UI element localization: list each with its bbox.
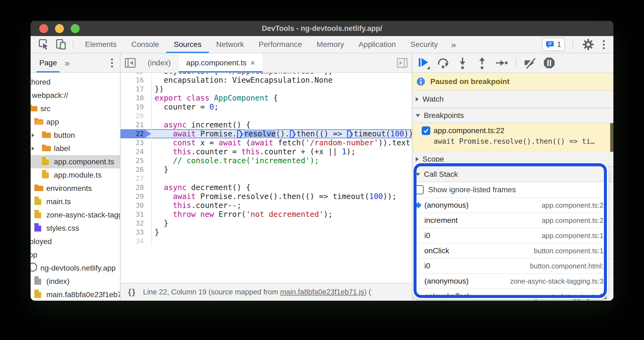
line-number[interactable]: 22 bbox=[121, 129, 152, 138]
tree-item-deployed[interactable]: Deployed bbox=[31, 235, 120, 248]
step-into-icon[interactable] bbox=[455, 55, 470, 70]
more-tabs-icon[interactable]: » bbox=[445, 36, 462, 53]
tree-item-ng-devtools.netlify.app[interactable]: ng-devtools.netlify.app bbox=[31, 261, 120, 275]
line-number[interactable]: 18 bbox=[121, 94, 152, 102]
line-number[interactable]: 16 bbox=[121, 76, 152, 85]
line-number[interactable]: 15 bbox=[121, 73, 152, 76]
tree-item-top[interactable]: top bbox=[31, 248, 120, 261]
code-line-26[interactable]: 26 } bbox=[121, 165, 412, 174]
deactivate-breakpoints-icon[interactable] bbox=[522, 55, 538, 70]
code-line-31[interactable]: 31 throw new Error('not decremented'); bbox=[121, 210, 412, 219]
call-stack-frame-increment[interactable]: incrementapp.component.ts:21 bbox=[412, 213, 613, 228]
tab-sources[interactable]: Sources bbox=[166, 36, 209, 53]
code-line-27[interactable]: 27 bbox=[121, 174, 412, 183]
section-scope[interactable]: Scope bbox=[412, 152, 613, 167]
step-over-icon[interactable] bbox=[435, 55, 451, 70]
code-line-20[interactable]: 20 bbox=[121, 111, 412, 120]
code-line-17[interactable]: 17}) bbox=[121, 85, 412, 94]
show-ignore-listed-row[interactable]: Show ignore-listed frames bbox=[412, 182, 613, 198]
tab-performance[interactable]: Performance bbox=[251, 36, 309, 53]
code-line-22[interactable]: 22 await Promise.resolve().then(() => ti… bbox=[121, 129, 412, 138]
tree-item-label[interactable]: label bbox=[31, 142, 120, 155]
file-tab--index-[interactable]: (index) bbox=[140, 53, 179, 72]
code-line-30[interactable]: 30 this.counter--; bbox=[121, 201, 412, 210]
tree-item-src[interactable]: src bbox=[31, 102, 120, 115]
tree-item-button[interactable]: button bbox=[31, 129, 120, 142]
tree-item-app[interactable]: app bbox=[31, 115, 120, 129]
line-number[interactable]: 20 bbox=[121, 111, 152, 120]
settings-gear-icon[interactable] bbox=[581, 37, 596, 52]
breakpoint-checkbox[interactable] bbox=[422, 126, 430, 135]
line-number[interactable]: 29 bbox=[121, 192, 152, 201]
tree-item--index-[interactable]: (index) bbox=[31, 275, 120, 288]
code-line-21[interactable]: 21 async increment() { bbox=[121, 120, 412, 129]
chevron-right-icon[interactable] bbox=[32, 147, 34, 150]
inspect-element-icon[interactable] bbox=[36, 37, 51, 52]
tree-item-main.ts[interactable]: main.ts bbox=[31, 195, 120, 208]
line-number[interactable]: 24 bbox=[121, 147, 152, 156]
device-toolbar-icon[interactable] bbox=[53, 37, 69, 52]
line-number[interactable]: 30 bbox=[121, 201, 152, 210]
line-number[interactable]: 33 bbox=[121, 228, 152, 237]
tab-memory[interactable]: Memory bbox=[309, 36, 351, 53]
close-tab-icon[interactable]: × bbox=[250, 58, 255, 68]
show-debugger-sidebar-icon[interactable] bbox=[392, 53, 412, 72]
step-out-icon[interactable] bbox=[474, 55, 490, 70]
code-line-15[interactable]: 15 styleUrls: [ './app.component.css' ], bbox=[121, 73, 412, 76]
call-stack-frame--anonymous-[interactable]: (anonymous)zone-async-stack-tagging.ts:3… bbox=[412, 274, 613, 289]
tab-application[interactable]: Application bbox=[351, 36, 403, 53]
close-window-button[interactable] bbox=[39, 24, 48, 33]
code-line-33[interactable]: 33} bbox=[121, 228, 412, 237]
section-call-stack[interactable]: Call Stack bbox=[412, 167, 613, 182]
code-line-23[interactable]: 23 const x = await (await fetch('/random… bbox=[121, 138, 412, 147]
line-number[interactable]: 28 bbox=[121, 183, 152, 192]
file-tab-app.component.ts[interactable]: app.component.ts× bbox=[179, 53, 263, 72]
line-number[interactable]: 19 bbox=[121, 102, 152, 111]
breakpoint-entry[interactable]: app.component.ts:22 await Promise.resolv… bbox=[412, 123, 613, 152]
chevron-right-icon[interactable] bbox=[32, 133, 34, 137]
line-number[interactable]: 34 bbox=[121, 237, 152, 246]
code-line-19[interactable]: 19 counter = 0; bbox=[121, 102, 412, 111]
code-line-24[interactable]: 24 this.counter = this.counter + (+x || … bbox=[121, 147, 412, 156]
call-stack-frame-onclick[interactable]: onClickbutton.component.ts:18 bbox=[412, 243, 613, 259]
call-stack-frame--anonymous-[interactable]: (anonymous)app.component.ts:22 bbox=[412, 198, 613, 213]
step-icon[interactable] bbox=[494, 55, 509, 70]
navigator-tab-page[interactable]: Page bbox=[37, 53, 60, 72]
line-number[interactable]: 17 bbox=[121, 85, 152, 94]
more-navigator-tabs-icon[interactable]: » bbox=[60, 53, 74, 72]
code-line-28[interactable]: 28 async decrement() { bbox=[121, 183, 412, 192]
tree-item-zone-async-stack-tagging.ts[interactable]: zone-async-stack-tagging.ts bbox=[31, 208, 120, 222]
line-number[interactable]: 23 bbox=[121, 138, 152, 147]
pause-on-exceptions-icon[interactable] bbox=[541, 55, 557, 70]
tab-console[interactable]: Console bbox=[124, 36, 167, 53]
code-line-29[interactable]: 29 await Promise.resolve().then(() => ti… bbox=[121, 192, 412, 201]
tab-security[interactable]: Security bbox=[403, 36, 445, 53]
minimize-window-button[interactable] bbox=[55, 24, 64, 33]
async-step-marker-icon[interactable] bbox=[347, 130, 353, 138]
call-stack-frame-i0[interactable]: i0app.component.ts:13 bbox=[412, 228, 613, 243]
zoom-window-button[interactable] bbox=[71, 24, 80, 33]
tree-item-environments[interactable]: environments bbox=[31, 182, 120, 195]
code-line-34[interactable]: 34 bbox=[121, 237, 412, 246]
code-line-16[interactable]: 16 encapsulation: ViewEncapsulation.None bbox=[121, 76, 412, 85]
section-breakpoints[interactable]: Breakpoints bbox=[412, 108, 613, 123]
tab-network[interactable]: Network bbox=[209, 36, 251, 53]
call-stack-frame-oninvoketask[interactable]: onInvokeTaskzone-async-stack-tagging.ts:… bbox=[412, 289, 613, 301]
source-map-link[interactable]: main.fa8bfa0e23f1eb71.js bbox=[280, 288, 364, 296]
async-step-marker-icon[interactable] bbox=[290, 130, 296, 138]
line-number[interactable]: 27 bbox=[121, 174, 152, 183]
code-line-18[interactable]: 18export class AppComponent { bbox=[121, 94, 412, 102]
code-line-25[interactable]: 25 // console.trace('incremented'); bbox=[121, 156, 412, 165]
tree-item-authored[interactable]: Authored bbox=[31, 75, 120, 89]
tab-elements[interactable]: Elements bbox=[78, 36, 124, 53]
line-number[interactable]: 26 bbox=[121, 165, 152, 174]
pretty-print-icon[interactable]: {} bbox=[128, 287, 136, 297]
navigator-menu-icon[interactable] bbox=[109, 59, 115, 68]
code-editor[interactable]: 15 styleUrls: [ './app.component.css' ],… bbox=[121, 73, 412, 283]
tree-item-styles.css[interactable]: styles.css bbox=[31, 222, 120, 235]
line-number[interactable]: 21 bbox=[121, 120, 152, 129]
tree-item-main.fa8bfa0e23f1eb71.js[interactable]: main.fa8bfa0e23f1eb71.js bbox=[31, 288, 120, 301]
tree-item-app.component.ts[interactable]: app.component.ts bbox=[31, 155, 120, 168]
issues-badge[interactable]: 1 bbox=[542, 38, 565, 51]
hide-navigator-icon[interactable] bbox=[121, 53, 140, 72]
